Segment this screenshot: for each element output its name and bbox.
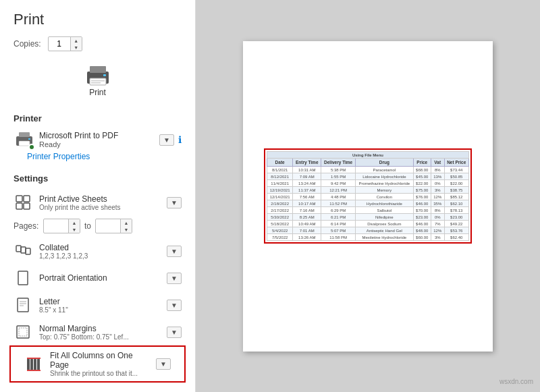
page-setup-link[interactable]: Page Setup <box>0 388 195 392</box>
cell: $70.00 <box>413 207 431 214</box>
left-panel: Print Copies: ▲ ▼ Print Printer <box>0 0 196 392</box>
svg-rect-15 <box>21 247 26 253</box>
setting-collated[interactable]: Collated 1,2,3 1,2,3 1,2,3 ▼ <box>0 237 195 264</box>
cell: $23.00 <box>413 214 431 221</box>
paper-size-dropdown[interactable]: ▼ <box>167 300 182 311</box>
svg-rect-27 <box>37 359 40 370</box>
settings-section-header: Settings <box>0 168 195 186</box>
setting-paper-size[interactable]: Letter 8.5" x 11" ▼ <box>0 291 195 318</box>
cell: $46.00 <box>413 200 431 207</box>
pages-from-input[interactable] <box>44 221 68 231</box>
cell: 6:14 PM <box>321 221 356 227</box>
pages-from-spinner: ▲ ▼ <box>68 219 80 233</box>
setting-margins[interactable]: Normal Margins Top: 0.75" Bottom: 0.75" … <box>0 318 195 345</box>
cell: 35% <box>431 200 444 207</box>
col-header-entry-time: Entry Time <box>293 159 321 167</box>
fit-columns-dropdown[interactable]: ▼ <box>156 358 171 370</box>
print-button[interactable]: Print <box>76 61 119 100</box>
cell: $22.00 <box>413 180 431 187</box>
setting-active-sheets[interactable]: Print Active Sheets Only print the activ… <box>0 189 195 216</box>
table-row: 2/17/2022 7:16 AM 6:29 PM Salbutol $70.0… <box>267 207 469 214</box>
cell: 2/17/2022 <box>267 207 293 214</box>
copies-input[interactable] <box>49 38 70 50</box>
cell: 7:56 AM <box>293 194 321 200</box>
cell: 5:07 PM <box>321 227 356 234</box>
svg-rect-17 <box>18 271 28 285</box>
printer-properties-link[interactable]: Printer Properties <box>14 150 182 163</box>
cell: $62.10 <box>444 200 468 207</box>
cell: $75.00 <box>413 187 431 194</box>
cell: Convilon <box>356 194 414 200</box>
pages-to-wrap: ▲ ▼ <box>95 219 132 233</box>
svg-rect-14 <box>16 246 21 252</box>
cell: 10:17 AM <box>293 200 321 207</box>
table-header-row: Date Entry Time Delivery Time Drug Price… <box>267 159 469 167</box>
active-sheets-dropdown[interactable]: ▼ <box>167 197 182 208</box>
right-panel: Using File Menu Date Entry Time Delivery… <box>196 0 540 392</box>
cell: 9:42 PM <box>321 180 356 187</box>
preview-table-wrap: Using File Menu Date Entry Time Delivery… <box>264 148 472 244</box>
cell: 12% <box>431 194 444 200</box>
orientation-dropdown[interactable]: ▼ <box>167 273 182 284</box>
printer-name-wrap: Microsoft Print to PDF Ready <box>39 131 155 148</box>
cell: $85.12 <box>444 194 468 200</box>
cell: 2/18/2022 <box>267 200 293 207</box>
table-row: 5/18/2022 10:49 AM 6:14 PM Divalproex So… <box>267 221 469 227</box>
preview-page: Using File Menu Date Entry Time Delivery… <box>243 41 493 352</box>
svg-rect-13 <box>24 203 30 209</box>
active-sheets-subtitle: Only print the active sheets <box>39 204 160 211</box>
cell: $48.00 <box>413 227 431 234</box>
cell: $76.00 <box>413 194 431 200</box>
print-button-label: Print <box>89 88 106 97</box>
collated-dropdown[interactable]: ▼ <box>167 246 182 257</box>
printer-section: Microsoft Print to PDF Ready ▼ ℹ Printer… <box>0 126 195 168</box>
printer-icon <box>84 63 111 86</box>
margins-dropdown[interactable]: ▼ <box>167 327 182 338</box>
cell: Divalproex Sodium <box>356 221 414 227</box>
fit-columns-text: Fit All Columns on One Page Shrink the p… <box>50 351 149 377</box>
printer-dropdown-button[interactable]: ▼ <box>159 134 174 146</box>
pages-to-input[interactable] <box>96 221 120 231</box>
pages-to-down[interactable]: ▼ <box>121 226 132 233</box>
copies-down-button[interactable]: ▼ <box>71 44 82 51</box>
preview-table: Using File Menu Date Entry Time Delivery… <box>267 151 469 241</box>
printer-name: Microsoft Print to PDF <box>39 131 155 140</box>
pages-to-up[interactable]: ▲ <box>121 219 132 226</box>
cell: Mexiletine Hydrochloride <box>356 234 414 241</box>
cell: 8/1/2021 <box>267 167 293 173</box>
copies-input-wrap: ▲ ▼ <box>48 36 82 51</box>
cell: 8:25 AM <box>293 214 321 221</box>
table-title-row: Using File Menu <box>267 152 469 159</box>
info-icon[interactable]: ℹ <box>178 134 182 145</box>
table-row: 2/18/2022 10:17 AM 11:52 PM Hydrochlorot… <box>267 200 469 207</box>
cell: 8% <box>431 167 444 173</box>
collated-subtitle: 1,2,3 1,2,3 1,2,3 <box>39 252 160 260</box>
copies-label: Copies: <box>14 39 41 49</box>
cell: $62.40 <box>444 234 468 241</box>
cell: $53.76 <box>444 227 468 234</box>
cell: 7/5/2022 <box>267 234 293 241</box>
svg-rect-10 <box>16 196 22 202</box>
copies-up-button[interactable]: ▲ <box>71 37 82 44</box>
cell: 1:55 PM <box>321 173 356 180</box>
paper-size-text: Letter 8.5" x 11" <box>39 297 160 314</box>
cell: 12/14/2021 <box>267 194 293 200</box>
cell: 13% <box>431 173 444 180</box>
printer-icon-wrap <box>14 129 35 150</box>
svg-rect-25 <box>30 359 33 370</box>
cell: $22.00 <box>444 180 468 187</box>
cell: Hydrochlorothiazide <box>356 200 414 207</box>
orientation-title: Portrait Orientation <box>39 273 160 283</box>
setting-fit-columns[interactable]: Fit All Columns on One Page Shrink the p… <box>9 345 186 383</box>
pages-from-down[interactable]: ▼ <box>69 226 80 233</box>
pages-from-up[interactable]: ▲ <box>69 219 80 226</box>
col-header-price: Price <box>413 159 431 167</box>
table-row: 12/14/2021 7:56 AM 4:48 PM Convilon $76.… <box>267 194 469 200</box>
cell: 7% <box>431 221 444 227</box>
orientation-icon <box>14 269 32 287</box>
table-row: 12/19/2021 11:37 AM 12:21 PM Memory $75.… <box>267 187 469 194</box>
cell: 7:09 AM <box>293 173 321 180</box>
setting-orientation[interactable]: Portrait Orientation ▼ <box>0 264 195 291</box>
svg-rect-24 <box>27 359 30 370</box>
cell: 11:52 PM <box>321 200 356 207</box>
